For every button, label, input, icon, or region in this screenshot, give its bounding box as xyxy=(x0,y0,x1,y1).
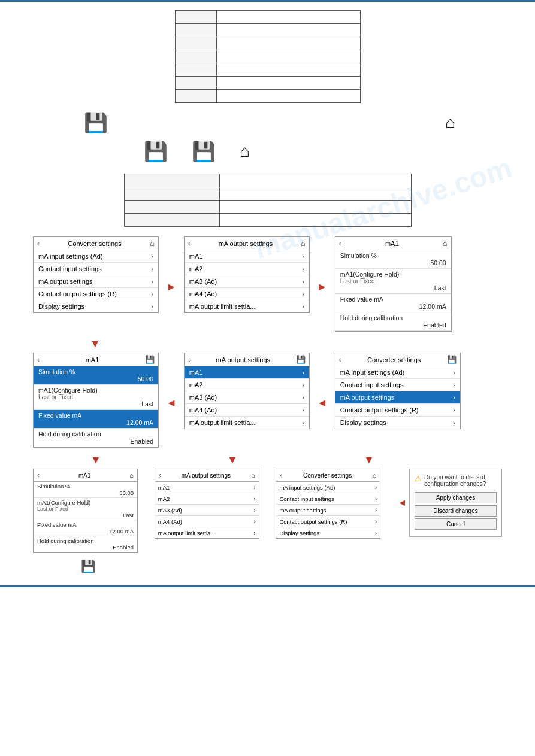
list-item[interactable]: mA3 (Ad) › xyxy=(185,275,309,288)
row-label: Hold during calibration xyxy=(38,430,153,438)
item-label: mA2 xyxy=(189,265,203,272)
list-item[interactable]: Display settings › xyxy=(34,300,158,312)
panel-header: ‹ mA output settings ⌂ xyxy=(155,469,259,482)
save-icon-bottom[interactable]: 💾 xyxy=(81,559,96,573)
row-value: Enabled xyxy=(340,321,446,329)
panels-row-1: ‹ Converter settings ⌂ mA input settings… xyxy=(33,236,502,332)
item-label: mA output settings xyxy=(38,278,93,285)
panel-title: Converter settings xyxy=(341,356,447,363)
home-icon[interactable]: ⌂ xyxy=(445,113,455,132)
list-item[interactable]: Contact output settings (R) › xyxy=(34,288,158,300)
discard-changes-button[interactable]: Discard changes xyxy=(415,505,497,517)
panel-header: ‹ Converter settings 💾 xyxy=(335,353,460,366)
item-label: mA3 (Ad) xyxy=(189,394,217,401)
item-label: mA output limit settia... xyxy=(189,419,256,426)
list-item[interactable]: mA input settings (Ad) › xyxy=(276,482,380,493)
list-item-highlighted[interactable]: mA1 › xyxy=(185,366,309,379)
list-item[interactable]: mA2 › xyxy=(185,263,309,275)
apply-changes-button[interactable]: Apply changes xyxy=(415,492,497,503)
home-icon-panel[interactable]: ⌂ xyxy=(251,472,255,479)
save-icon-panel[interactable]: 💾 xyxy=(145,355,155,364)
item-label: Contact output settings (R) xyxy=(279,518,347,525)
list-item[interactable]: mA output limit settia... › xyxy=(185,417,309,429)
home-icon-2[interactable]: ⌂ xyxy=(240,142,250,161)
list-item[interactable]: mA output limit settia... › xyxy=(155,527,259,538)
list-item[interactable]: Contact output settings (R) › xyxy=(335,404,460,417)
list-item[interactable]: Display settings › xyxy=(335,417,460,429)
chevron-right-icon: › xyxy=(302,303,304,310)
chevron-right-icon: › xyxy=(453,381,455,388)
contact-input-settings-item[interactable]: Contact input settings › xyxy=(34,263,158,275)
chevron-right-icon: › xyxy=(151,303,153,310)
dialog-box: ⚠ Do you want to discard configuration c… xyxy=(409,469,502,537)
save-icon-2[interactable]: 💾 xyxy=(144,140,168,163)
chevron-right-icon: › xyxy=(375,484,377,491)
item-label: mA output limit settia... xyxy=(158,530,216,536)
list-item[interactable]: mA4 (Ad) › xyxy=(185,288,309,300)
chevron-right-icon: › xyxy=(151,278,153,285)
chevron-right-icon: › xyxy=(302,253,304,260)
row-label: Hold during calibration xyxy=(340,314,446,321)
list-item[interactable]: mA output settings › xyxy=(34,275,158,288)
panel-header: ‹ Converter settings ⌂ xyxy=(276,469,380,482)
list-item[interactable]: mA3 (Ad) › xyxy=(185,391,309,404)
save-icon-3[interactable]: 💾 xyxy=(192,140,216,163)
row-label: Simulation % xyxy=(38,368,153,375)
ma-output-panel-row3: ‹ mA output settings ⌂ mA1 › mA2 › mA3 (… xyxy=(155,469,259,539)
panel-header: ‹ mA output settings ⌂ xyxy=(185,237,309,250)
chevron-right-icon: › xyxy=(151,253,153,260)
list-item[interactable]: mA output limit settia... › xyxy=(185,300,309,312)
list-item[interactable]: mA1 › xyxy=(185,250,309,263)
arrow-down-icon-2: ▼ xyxy=(90,454,101,466)
chevron-right-icon: › xyxy=(253,529,256,536)
item-label: mA3 (Ad) xyxy=(189,278,217,285)
list-item[interactable]: Display settings › xyxy=(276,527,380,538)
home-icon-panel[interactable]: ⌂ xyxy=(301,239,306,248)
panels-row-3: ‹ mA1 ⌂ Simulation % 50.00 mA1(Configure… xyxy=(33,469,502,553)
cancel-button[interactable]: Cancel xyxy=(415,518,497,530)
home-icon-panel[interactable]: ⌂ xyxy=(129,472,134,479)
chevron-right-icon: › xyxy=(151,290,153,297)
detail-row: Simulation % 50.00 xyxy=(34,482,137,498)
list-item-highlighted[interactable]: mA output settings › xyxy=(335,391,460,404)
row-value: 50.00 xyxy=(37,490,134,496)
save-icon-panel[interactable]: 💾 xyxy=(296,355,306,364)
list-item[interactable]: mA4 (Ad) › xyxy=(185,404,309,417)
list-item[interactable]: mA input settings (Ad) › xyxy=(335,366,460,379)
list-item[interactable]: mA2 › xyxy=(185,379,309,391)
list-item[interactable]: mA2 › xyxy=(155,493,259,505)
item-label: mA1 xyxy=(158,484,170,491)
item-label: Display settings xyxy=(279,530,319,536)
arrow-right-icon: ► xyxy=(166,281,177,293)
row-value: 12.00 mA xyxy=(38,419,153,426)
row-value: Enabled xyxy=(38,438,153,445)
home-icon-panel[interactable]: ⌂ xyxy=(373,472,377,479)
chevron-right-icon: › xyxy=(375,518,377,525)
list-item[interactable]: mA4 (Ad) › xyxy=(155,516,259,527)
item-label: mA output settings xyxy=(279,507,326,514)
ma1-detail-panel: ‹ mA1 ⌂ Simulation % 50.00 mA1(Configure… xyxy=(335,236,452,332)
list-item[interactable]: Contact input settings › xyxy=(335,379,460,391)
list-item[interactable]: mA input settings (Ad) › xyxy=(34,250,158,263)
item-label: Contact output settings (R) xyxy=(340,406,419,414)
save-icon-panel[interactable]: 💾 xyxy=(447,355,457,364)
home-icon-panel[interactable]: ⌂ xyxy=(443,239,448,248)
table-row xyxy=(175,63,360,77)
table-row xyxy=(175,77,360,90)
panel-header: ‹ Converter settings ⌂ xyxy=(34,237,158,250)
list-item[interactable]: Contact input settings › xyxy=(276,493,380,505)
row-value: Last xyxy=(340,284,446,292)
home-icon-panel[interactable]: ⌂ xyxy=(150,239,155,248)
item-label: Contact input settings xyxy=(38,265,102,272)
panel-title: mA1 xyxy=(341,240,443,247)
row-label: mA1(Configure Hold) xyxy=(37,499,134,506)
save-icon[interactable]: 💾 xyxy=(84,111,108,134)
list-item[interactable]: mA1 › xyxy=(155,482,259,493)
row-value: Last xyxy=(37,512,134,518)
item-label: mA input settings (Ad) xyxy=(279,484,335,491)
list-item[interactable]: mA output settings › xyxy=(276,505,380,516)
list-item[interactable]: Contact output settings (R) › xyxy=(276,516,380,527)
chevron-right-icon: › xyxy=(375,506,377,514)
panel-title: mA output settings xyxy=(191,356,296,363)
list-item[interactable]: mA3 (Ad) › xyxy=(155,505,259,516)
